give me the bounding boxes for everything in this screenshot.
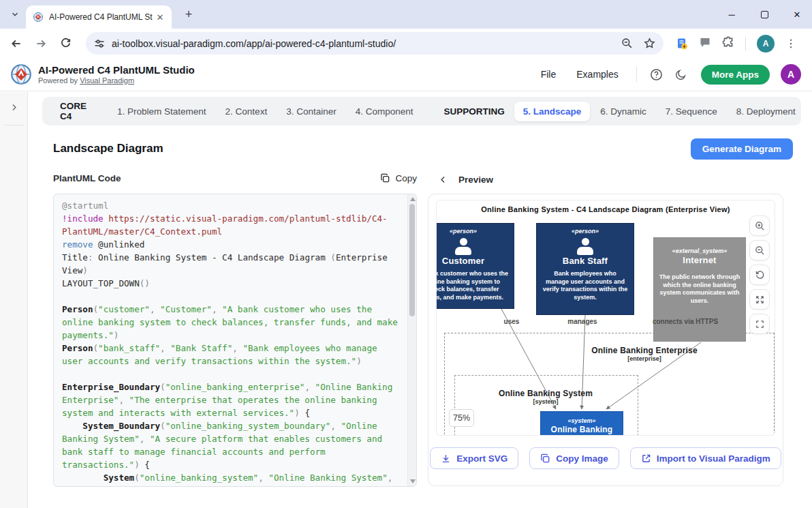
site-settings-icon[interactable] bbox=[94, 38, 105, 49]
tab-close-icon[interactable]: ✕ bbox=[154, 11, 166, 23]
tab-search-icon[interactable] bbox=[8, 8, 22, 21]
download-icon bbox=[441, 453, 451, 464]
code-line bbox=[62, 290, 403, 303]
code-line: Title: Online Banking System - C4 Landsc… bbox=[62, 251, 403, 277]
copy-code-button[interactable]: Copy bbox=[380, 173, 417, 183]
copy-icon bbox=[540, 453, 550, 464]
browser-window: AI-Powered C4 PlantUML Studio ✕ + ─ ✕ ai… bbox=[0, 0, 812, 508]
enterprise-boundary-label: Online Banking Enterprise [enterprise] bbox=[590, 346, 699, 362]
code-panel-label: PlantUML Code bbox=[53, 173, 121, 183]
code-line: System("online_banking_system", "Online … bbox=[62, 471, 403, 486]
code-text[interactable]: @startuml!include https://static.visual-… bbox=[62, 199, 403, 486]
fullscreen-icon bbox=[755, 319, 765, 329]
system-boundary-label: Online Banking System [system] bbox=[491, 389, 600, 405]
user-avatar[interactable]: A bbox=[781, 64, 801, 85]
browser-tab[interactable]: AI-Powered C4 PlantUML Studio ✕ bbox=[26, 5, 172, 29]
tab-4-component[interactable]: 4. Component bbox=[347, 102, 422, 121]
tab-1-problem-statement[interactable]: 1. Problem Statement bbox=[108, 102, 215, 121]
code-line: Person("bank_staff", "Bank Staff", "Bank… bbox=[62, 342, 403, 368]
edge-label-manages: manages bbox=[562, 318, 603, 325]
zoom-in-icon bbox=[755, 221, 765, 231]
collapse-preview-icon[interactable] bbox=[437, 173, 449, 185]
copy-icon bbox=[380, 173, 390, 183]
browser-tab-strip: AI-Powered C4 PlantUML Studio ✕ + ─ ✕ bbox=[0, 0, 812, 29]
tab-2-context[interactable]: 2. Context bbox=[217, 102, 277, 121]
code-line: Person("customer", "Customer", "A bank c… bbox=[62, 303, 403, 342]
tab-6-dynamic[interactable]: 6. Dynamic bbox=[591, 102, 655, 121]
tab-3-container[interactable]: 3. Container bbox=[277, 102, 345, 121]
generate-diagram-button[interactable]: Generate Diagram bbox=[691, 138, 793, 160]
visual-paradigm-logo bbox=[10, 63, 33, 86]
node-bank-staff: «person» Bank Staff Bank employees who m… bbox=[536, 223, 634, 315]
preview-card: Online Banking System - C4 Landscape Dia… bbox=[428, 194, 783, 486]
code-line bbox=[62, 368, 403, 380]
preview-panel-label: Preview bbox=[458, 175, 493, 185]
close-button[interactable]: ✕ bbox=[792, 9, 802, 20]
tab-8-deployment[interactable]: 8. Deployment bbox=[728, 102, 805, 121]
extensions-puzzle-icon[interactable] bbox=[722, 36, 734, 51]
code-scrollbar[interactable] bbox=[407, 194, 416, 486]
zoom-out-icon bbox=[755, 245, 765, 256]
back-icon[interactable] bbox=[8, 35, 25, 52]
help-icon[interactable] bbox=[646, 64, 667, 85]
main-content: CORE C41. Problem Statement2. Context3. … bbox=[28, 92, 812, 508]
browser-toolbar: ai-toolbox.visual-paradigm.com/app/ai-po… bbox=[0, 29, 812, 58]
code-line: !include https://static.visual-paradigm.… bbox=[62, 212, 403, 238]
tab-title: AI-Powered C4 PlantUML Studio bbox=[49, 12, 153, 22]
extension-comment-icon[interactable] bbox=[699, 36, 711, 51]
url-text[interactable]: ai-toolbox.visual-paradigm.com/app/ai-po… bbox=[112, 38, 396, 49]
tab-5-landscape[interactable]: 5. Landscape bbox=[514, 102, 591, 121]
fit-view-button[interactable] bbox=[749, 289, 770, 310]
favicon-icon bbox=[33, 12, 44, 23]
menu-file[interactable]: File bbox=[533, 65, 565, 84]
app-title: AI-Powered C4 PlantUML Studio bbox=[38, 64, 195, 76]
sidebar-divider bbox=[4, 125, 23, 125]
reset-icon bbox=[755, 270, 765, 280]
page-title: Landscape Diagram bbox=[53, 142, 163, 155]
sidebar-expand-icon[interactable] bbox=[7, 100, 20, 114]
code-line: remove @unlinked bbox=[62, 238, 403, 251]
minimize-button[interactable]: ─ bbox=[726, 9, 737, 20]
scroll-down-arrow[interactable] bbox=[410, 479, 416, 483]
dark-mode-moon-icon[interactable] bbox=[671, 64, 691, 85]
reload-icon[interactable] bbox=[57, 35, 74, 52]
import-to-visual-paradigm-button[interactable]: Import to Visual Paradigm bbox=[630, 447, 781, 469]
copy-image-button[interactable]: Copy Image bbox=[529, 447, 619, 469]
person-icon bbox=[453, 238, 473, 255]
scrollbar-thumb[interactable] bbox=[409, 204, 415, 316]
diagram-canvas[interactable]: Online Banking System - C4 Landscape Dia… bbox=[436, 200, 775, 436]
node-internet: «external_system» Internet The public ne… bbox=[653, 237, 746, 342]
bookmark-star-icon[interactable] bbox=[644, 38, 655, 49]
scroll-up-arrow[interactable] bbox=[410, 197, 416, 201]
collapsed-sidebar bbox=[0, 92, 28, 508]
code-line: Enterprise_Boundary("online_banking_ente… bbox=[62, 380, 403, 419]
menu-examples[interactable]: Examples bbox=[568, 65, 626, 84]
new-tab-button[interactable]: + bbox=[181, 7, 196, 22]
tab-group-supporting: SUPPORTING bbox=[436, 106, 513, 117]
node-customer: «person» Customer A bank customer who us… bbox=[436, 223, 514, 309]
zoom-indicator-icon[interactable] bbox=[621, 38, 633, 49]
more-apps-button[interactable]: More Apps bbox=[701, 65, 770, 85]
reset-view-button[interactable] bbox=[749, 265, 770, 285]
toolbar-divider bbox=[745, 37, 746, 50]
maximize-button[interactable] bbox=[759, 9, 770, 20]
browser-menu-icon[interactable]: ⋮ bbox=[785, 37, 796, 50]
zoom-in-button[interactable] bbox=[749, 215, 770, 236]
tab-7-sequence[interactable]: 7. Sequence bbox=[657, 102, 726, 121]
browser-profile-avatar[interactable]: A bbox=[757, 35, 775, 53]
address-bar[interactable]: ai-toolbox.visual-paradigm.com/app/ai-po… bbox=[86, 32, 663, 55]
person-icon bbox=[575, 238, 595, 255]
zoom-out-button[interactable] bbox=[749, 240, 770, 260]
fit-icon bbox=[755, 295, 765, 305]
edge-label-uses: uses bbox=[491, 318, 532, 325]
code-line: @startuml bbox=[62, 199, 403, 212]
fullscreen-button[interactable] bbox=[749, 314, 770, 334]
tab-group-core-c4: CORE C4 bbox=[52, 101, 95, 121]
plantuml-code-editor[interactable]: @startuml!include https://static.visual-… bbox=[53, 194, 417, 487]
export-svg-button[interactable]: Export SVG bbox=[430, 447, 518, 469]
visual-paradigm-link[interactable]: Visual Paradigm bbox=[80, 76, 134, 85]
extension-doc-icon[interactable] bbox=[676, 38, 688, 50]
section-tabs: CORE C41. Problem Statement2. Context3. … bbox=[42, 97, 801, 125]
forward-icon[interactable] bbox=[33, 35, 49, 52]
external-icon bbox=[641, 453, 651, 464]
